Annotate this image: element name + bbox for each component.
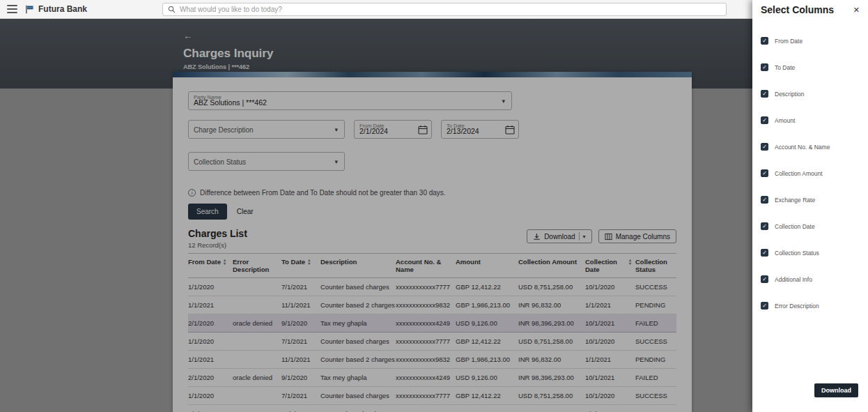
search-input[interactable] bbox=[180, 6, 721, 13]
column-option-label: Collection Status bbox=[775, 250, 819, 257]
column-option[interactable]: ✓To Date bbox=[761, 63, 860, 71]
column-option[interactable]: ✓Collection Date bbox=[761, 222, 860, 230]
checkbox[interactable]: ✓ bbox=[761, 63, 768, 71]
modal-overlay[interactable] bbox=[0, 19, 752, 412]
column-option-label: Exchange Rate bbox=[775, 197, 815, 204]
checkbox[interactable]: ✓ bbox=[761, 196, 768, 204]
checkbox[interactable]: ✓ bbox=[761, 116, 768, 124]
column-option-label: To Date bbox=[775, 64, 795, 71]
app-screen: Futura Bank ← Charges Inquiry ABZ Soluti… bbox=[0, 0, 868, 412]
column-option[interactable]: ✓Description bbox=[761, 90, 860, 98]
top-header: Futura Bank bbox=[0, 0, 868, 19]
checkbox[interactable]: ✓ bbox=[761, 249, 768, 257]
column-option[interactable]: ✓Exchange Rate bbox=[761, 196, 860, 204]
checkbox[interactable]: ✓ bbox=[761, 275, 768, 283]
column-option-label: Collection Date bbox=[775, 223, 815, 230]
checkbox[interactable]: ✓ bbox=[761, 302, 768, 310]
column-option-label: Account No. & Name bbox=[775, 144, 830, 151]
column-option-label: Additional Info bbox=[775, 276, 812, 283]
column-option-label: Error Description bbox=[775, 303, 819, 310]
search-icon bbox=[168, 6, 176, 13]
column-option-label: Description bbox=[775, 91, 805, 98]
checkbox[interactable]: ✓ bbox=[761, 169, 768, 177]
column-option[interactable]: ✓Additional Info bbox=[761, 275, 860, 283]
column-option[interactable]: ✓Account No. & Name bbox=[761, 143, 860, 151]
checkbox[interactable]: ✓ bbox=[761, 143, 768, 151]
checkbox[interactable]: ✓ bbox=[761, 37, 768, 45]
checkbox[interactable]: ✓ bbox=[761, 222, 768, 230]
menu-icon[interactable] bbox=[7, 5, 17, 13]
panel-download-button[interactable]: Download bbox=[814, 383, 858, 397]
close-icon[interactable]: ✕ bbox=[849, 4, 860, 16]
column-options-list: ✓From Date✓To Date✓Description✓Amount✓Ac… bbox=[761, 37, 860, 310]
futura-bank-logo-icon bbox=[25, 5, 34, 14]
column-option[interactable]: ✓From Date bbox=[761, 37, 860, 45]
select-columns-panel: Select Columns ✕ ✓From Date✓To Date✓Desc… bbox=[752, 0, 868, 412]
column-option-label: Collection Amount bbox=[775, 170, 823, 177]
brand-name: Futura Bank bbox=[38, 4, 87, 14]
column-option[interactable]: ✓Amount bbox=[761, 116, 860, 124]
column-option[interactable]: ✓Collection Status bbox=[761, 249, 860, 257]
column-option[interactable]: ✓Collection Amount bbox=[761, 169, 860, 177]
brand: Futura Bank bbox=[25, 4, 87, 14]
column-option[interactable]: ✓Error Description bbox=[761, 302, 860, 310]
global-search bbox=[162, 3, 727, 16]
panel-title: Select Columns bbox=[761, 4, 834, 15]
panel-header: Select Columns ✕ bbox=[761, 4, 860, 16]
column-option-label: Amount bbox=[775, 117, 795, 124]
checkbox[interactable]: ✓ bbox=[761, 90, 768, 98]
column-option-label: From Date bbox=[775, 38, 803, 45]
